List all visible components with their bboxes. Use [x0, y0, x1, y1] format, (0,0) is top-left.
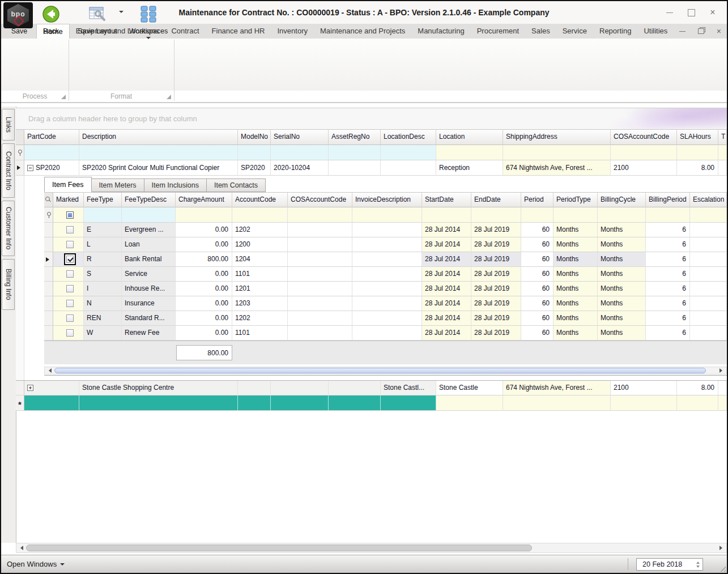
- marked-checkbox[interactable]: [66, 256, 74, 263]
- ribbon-tab-sales[interactable]: Sales: [525, 24, 556, 39]
- detail-tab-item-contacts[interactable]: Item Contacts: [206, 178, 266, 192]
- scroll-thumb[interactable]: [54, 368, 706, 373]
- column-header-serialno[interactable]: SerialNo: [271, 129, 329, 145]
- filter-cell-assetregno[interactable]: [329, 145, 381, 160]
- fee-filter-cell-feetypedesc[interactable]: [122, 207, 176, 223]
- cell-shippingaddress[interactable]: [503, 396, 611, 411]
- ribbon-tab-service[interactable]: Service: [556, 24, 593, 39]
- equipment-row-sp2020[interactable]: SP2020SP2020 Sprint Colour Multi Functio…: [16, 160, 727, 176]
- scroll-left-button[interactable]: [45, 367, 53, 374]
- column-header-location[interactable]: Location: [436, 129, 503, 145]
- fee-cell-marked[interactable]: [53, 282, 84, 296]
- fee-row-e[interactable]: EEvergreen ...0.00120228 Jul 201428 Jul …: [44, 223, 727, 237]
- fee-cell-periodtype[interactable]: Months: [554, 223, 598, 237]
- fee-cell-billingperiod[interactable]: 6: [646, 252, 690, 267]
- fee-column-header-billingcycle[interactable]: BillingCycle: [598, 192, 646, 207]
- fee-cell-accountcode[interactable]: 1204: [232, 252, 288, 267]
- fee-cell-period[interactable]: 60: [521, 223, 554, 237]
- marked-checkbox[interactable]: [66, 270, 74, 278]
- fee-cell-cosaccountcode[interactable]: [288, 282, 352, 296]
- fee-cell-marked[interactable]: [53, 237, 84, 252]
- fee-cell-feetype[interactable]: E: [84, 223, 122, 237]
- fee-column-header-chargeamount[interactable]: ChargeAmount: [176, 192, 232, 207]
- fee-cell-escalation[interactable]: [690, 237, 727, 252]
- fee-cell-cosaccountcode[interactable]: [288, 267, 352, 282]
- filter-cell-cosaccountcode[interactable]: [611, 145, 677, 160]
- fee-cell-marked[interactable]: [53, 311, 84, 326]
- fee-cell-cosaccountcode[interactable]: [288, 326, 352, 341]
- cell-t[interactable]: [718, 381, 727, 396]
- fee-cell-startdate[interactable]: 28 Jul 2014: [422, 237, 471, 252]
- cell-cosaccountcode[interactable]: [611, 396, 677, 411]
- filter-cell-modelno[interactable]: [238, 145, 271, 160]
- cell-partcode[interactable]: [24, 381, 79, 396]
- marked-checkbox[interactable]: [66, 226, 74, 233]
- fee-cell-accountcode[interactable]: 1202: [232, 311, 288, 326]
- fee-cell-cosaccountcode[interactable]: [288, 252, 352, 267]
- resize-grip[interactable]: [718, 564, 726, 572]
- ribbon-tab-manufacturing[interactable]: Manufacturing: [411, 24, 470, 39]
- fee-cell-chargeamount[interactable]: 800.00: [176, 252, 232, 267]
- fee-cell-period[interactable]: 60: [521, 237, 554, 252]
- cell-partcode[interactable]: [24, 396, 79, 411]
- equipment-new-row[interactable]: *: [16, 396, 727, 411]
- fee-filter-cell-marked[interactable]: [53, 207, 84, 223]
- fee-cell-chargeamount[interactable]: 0.00: [176, 237, 232, 252]
- marked-filter-checkbox[interactable]: [66, 211, 74, 219]
- fee-cell-billingperiod[interactable]: 6: [646, 326, 690, 341]
- fee-cell-invoicedescription[interactable]: [352, 267, 422, 282]
- save-layout-button[interactable]: Save Layout: [74, 3, 121, 35]
- fee-cell-feetypedesc[interactable]: Insurance: [122, 296, 176, 311]
- fee-cell-billingcycle[interactable]: Months: [598, 282, 646, 296]
- cell-modelno[interactable]: [238, 396, 271, 411]
- filter-cell-description[interactable]: [79, 145, 238, 160]
- cell-serialno[interactable]: 2020-10204: [271, 160, 329, 176]
- fee-column-header-periodtype[interactable]: PeriodType: [554, 192, 598, 207]
- fee-filter-cell-periodtype[interactable]: [554, 207, 598, 223]
- ribbon-tab-maintenance-and-projects[interactable]: Maintenance and Projects: [314, 24, 411, 39]
- fee-filter-cell-billingperiod[interactable]: [646, 207, 690, 223]
- expand-icon[interactable]: [27, 385, 33, 391]
- collapse-icon[interactable]: [27, 165, 33, 171]
- column-header-t[interactable]: T: [718, 129, 727, 145]
- fee-cell-enddate[interactable]: 28 Jul 2019: [471, 326, 521, 341]
- cell-locationdesc[interactable]: Stone Castl...: [381, 381, 436, 396]
- fee-row-s[interactable]: SService0.00110128 Jul 201428 Jul 201960…: [44, 267, 727, 282]
- fee-filter-cell-enddate[interactable]: [471, 207, 521, 223]
- cell-location[interactable]: Stone Castle: [436, 381, 503, 396]
- fee-filter-cell-feetype[interactable]: [84, 207, 122, 223]
- fee-cell-billingperiod[interactable]: 6: [646, 267, 690, 282]
- fee-cell-periodtype[interactable]: Months: [554, 311, 598, 326]
- fee-filter-cell-chargeamount[interactable]: [176, 207, 232, 223]
- fee-cell-invoicedescription[interactable]: [352, 311, 422, 326]
- minimize-button[interactable]: [659, 5, 680, 20]
- fee-cell-enddate[interactable]: 28 Jul 2019: [471, 237, 521, 252]
- ribbon-tab-reporting[interactable]: Reporting: [593, 24, 637, 39]
- main-hscrollbar[interactable]: [16, 543, 727, 553]
- fee-cell-chargeamount[interactable]: 0.00: [176, 223, 232, 237]
- fee-column-header-period[interactable]: Period: [521, 192, 554, 207]
- fee-column-header-invoicedescription[interactable]: InvoiceDescription: [352, 192, 422, 207]
- column-header-description[interactable]: Description: [79, 129, 238, 145]
- fee-cell-accountcode[interactable]: 1203: [232, 296, 288, 311]
- scroll-track[interactable]: [53, 367, 718, 374]
- cell-locationdesc[interactable]: [381, 396, 436, 411]
- main-scroll-thumb[interactable]: [26, 545, 532, 551]
- column-header-partcode[interactable]: PartCode: [24, 129, 79, 145]
- fee-cell-invoicedescription[interactable]: [352, 237, 422, 252]
- cell-description[interactable]: SP2020 Sprint Colour Multi Functional Co…: [79, 160, 238, 176]
- cell-description[interactable]: Stone Castle Shopping Centre: [79, 381, 238, 396]
- fee-row-w[interactable]: WRenew Fee0.00110128 Jul 201428 Jul 2019…: [44, 326, 727, 341]
- fee-cell-period[interactable]: 60: [521, 252, 554, 267]
- scroll-right-button[interactable]: [718, 367, 726, 374]
- fee-cell-feetypedesc[interactable]: Bank Rental: [122, 252, 176, 267]
- fee-cell-marked[interactable]: [53, 223, 84, 237]
- marked-checkbox[interactable]: [66, 329, 74, 337]
- fee-cell-feetypedesc[interactable]: Service: [122, 267, 176, 282]
- filter-cell-partcode[interactable]: [24, 145, 79, 160]
- fee-cell-chargeamount[interactable]: 0.00: [176, 296, 232, 311]
- fee-cell-feetype[interactable]: L: [84, 237, 122, 252]
- fee-cell-billingcycle[interactable]: Months: [598, 252, 646, 267]
- fee-cell-startdate[interactable]: 28 Jul 2014: [422, 311, 471, 326]
- fee-cell-billingperiod[interactable]: 6: [646, 311, 690, 326]
